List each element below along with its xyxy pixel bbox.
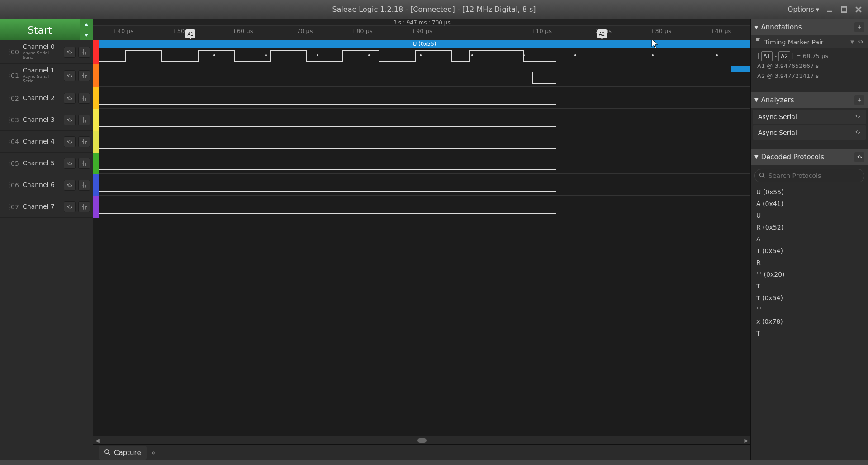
annotations-header[interactable]: ▼ Annotations ＋	[751, 19, 868, 35]
ruler-tick: +40 μs	[710, 28, 731, 34]
decoded-item[interactable]: ' ' (0x20)	[751, 268, 868, 280]
scroll-thumb[interactable]	[417, 438, 427, 443]
channel-divider	[99, 108, 750, 109]
channel-name: Channel 6	[23, 182, 61, 188]
time-ruler[interactable]: +40 μs+50 μs+60 μs+70 μs+80 μs+90 μs+10 …	[93, 26, 750, 40]
channel-trigger-button[interactable]: ┤┌	[78, 47, 90, 58]
channel-divider	[99, 217, 750, 217]
drag-handle-icon[interactable]: ⋮⋮⋮⋮	[3, 74, 7, 77]
decoded-item[interactable]: A	[751, 233, 868, 245]
scroll-left-icon[interactable]: ◀	[93, 437, 101, 444]
decoded-item[interactable]: R (0x52)	[751, 221, 868, 233]
waveform-area[interactable]: U (0x55)	[99, 40, 750, 436]
ruler-tick: +30 μs	[650, 28, 672, 34]
ruler-tick: +60 μs	[232, 28, 253, 34]
maximize-button[interactable]	[840, 5, 848, 14]
decoded-item[interactable]: R	[751, 257, 868, 268]
channel-name: Channel 0	[23, 43, 61, 50]
marker-a1-tag[interactable]: A1	[185, 29, 195, 38]
channel-settings-button[interactable]	[64, 180, 76, 191]
capture-tab[interactable]: Capture	[99, 446, 147, 460]
bit-marker-dot	[368, 54, 370, 56]
decoded-protocols-gear-icon[interactable]	[854, 152, 864, 162]
channel-row: ⋮⋮⋮⋮05Channel 5┤┌	[0, 153, 93, 174]
channel-trigger-button[interactable]: ┤┌	[78, 70, 90, 81]
options-menu[interactable]: Options ▾	[788, 5, 819, 14]
ruler-tick: +90 μs	[411, 28, 432, 34]
scroll-right-icon[interactable]: ▶	[742, 437, 750, 444]
close-button[interactable]	[854, 5, 863, 14]
channel-settings-button[interactable]	[64, 93, 76, 104]
options-label: Options	[788, 5, 814, 14]
protocol-search-input[interactable]	[754, 169, 864, 182]
channel-trigger-button[interactable]: ┤┌	[78, 158, 90, 169]
decoded-item[interactable]: T (0x54)	[751, 292, 868, 304]
marker-line-a2[interactable]	[603, 40, 603, 436]
marker-details: | A1 ‑ A2 | = 68.75 μs A1 @ 3.947652667 …	[751, 48, 868, 84]
marker-badge-a2: A2	[778, 51, 790, 61]
drag-handle-icon[interactable]: ⋮⋮⋮⋮	[3, 205, 7, 209]
marker-a2-tag[interactable]: A2	[597, 29, 607, 38]
decode-annotation-ch1[interactable]	[731, 66, 750, 72]
start-button[interactable]: Start	[0, 19, 80, 40]
waveform-channel-6	[99, 191, 556, 192]
analyzer-gear-icon[interactable]	[855, 129, 861, 136]
channel-trigger-button[interactable]: ┤┌	[78, 180, 90, 191]
channel-settings-button[interactable]	[64, 115, 76, 125]
decoded-item[interactable]: x (0x78)	[751, 316, 868, 327]
waveform-channel-1	[99, 66, 556, 86]
channel-settings-button[interactable]	[64, 158, 76, 169]
decoded-protocols-header[interactable]: ▼ Decoded Protocols	[751, 149, 868, 165]
channel-subtitle: Async Serial - Serial	[23, 51, 61, 60]
channel-trigger-button[interactable]: ┤┌	[78, 201, 90, 212]
channel-row: ⋮⋮⋮⋮06Channel 6┤┌	[0, 174, 93, 196]
channel-trigger-button[interactable]: ┤┌	[78, 115, 90, 125]
start-increment[interactable]	[80, 19, 93, 30]
channel-settings-button[interactable]	[64, 136, 76, 147]
decoded-item[interactable]: T	[751, 280, 868, 292]
marker-a1-time: A1 @ 3.947652667 s	[757, 61, 862, 71]
bit-marker-dot	[574, 54, 576, 56]
decoded-item[interactable]: T (0x54)	[751, 245, 868, 257]
channel-subtitle: Async Serial - Serial	[23, 74, 61, 84]
timing-marker-pair-row[interactable]: Timing Marker Pair ▼	[751, 35, 868, 48]
drag-handle-icon[interactable]: ⋮⋮⋮⋮	[3, 50, 7, 54]
analyzer-item[interactable]: Async Serial	[753, 125, 866, 140]
analyzer-item[interactable]: Async Serial	[753, 110, 866, 124]
channel-index: 01	[10, 72, 20, 79]
add-analyzer-button[interactable]: ＋	[854, 95, 864, 105]
add-annotation-button[interactable]: ＋	[854, 22, 864, 32]
drag-handle-icon[interactable]: ⋮⋮⋮⋮	[3, 183, 7, 187]
analyzers-header[interactable]: ▼ Analyzers ＋	[751, 92, 868, 108]
tab-more-icon[interactable]: »	[151, 448, 156, 457]
decoded-item[interactable]: U	[751, 210, 868, 221]
channel-settings-button[interactable]	[64, 47, 76, 58]
decoded-item[interactable]: U (0x55)	[751, 186, 868, 198]
drag-handle-icon[interactable]: ⋮⋮⋮⋮	[3, 140, 7, 144]
decode-annotation-label: U (0x55)	[413, 41, 436, 47]
channel-color-strip	[93, 40, 99, 447]
channel-trigger-button[interactable]: ┤┌	[78, 93, 90, 104]
marker-line-a1[interactable]	[195, 40, 195, 436]
channel-settings-button[interactable]	[64, 70, 76, 81]
marker-badge-a1: A1	[761, 51, 773, 61]
decoded-item[interactable]: T	[751, 327, 868, 339]
drag-handle-icon[interactable]: ⋮⋮⋮⋮	[3, 162, 7, 165]
start-decrement[interactable]	[80, 30, 93, 41]
drag-handle-icon[interactable]: ⋮⋮⋮⋮	[3, 96, 7, 100]
timing-marker-gear-icon[interactable]	[858, 38, 863, 46]
channel-name: Channel 3	[23, 116, 61, 123]
decoded-item[interactable]: A (0x41)	[751, 198, 868, 210]
drag-handle-icon[interactable]: ⋮⋮⋮⋮	[3, 118, 7, 122]
horizontal-scrollbar[interactable]: ◀ ▶	[93, 436, 750, 444]
statusbar	[0, 460, 868, 465]
chevron-down-icon[interactable]: ▼	[850, 39, 854, 44]
decode-annotation[interactable]: U (0x55)	[99, 40, 750, 48]
minimize-button[interactable]	[825, 5, 834, 14]
decoded-item[interactable]: ' '	[751, 304, 868, 316]
channel-trigger-button[interactable]: ┤┌	[78, 136, 90, 147]
analyzer-gear-icon[interactable]	[855, 113, 861, 120]
channel-settings-button[interactable]	[64, 201, 76, 212]
svg-line-10	[763, 176, 764, 177]
marker-diff-value: = 68.75 μs	[796, 53, 828, 59]
